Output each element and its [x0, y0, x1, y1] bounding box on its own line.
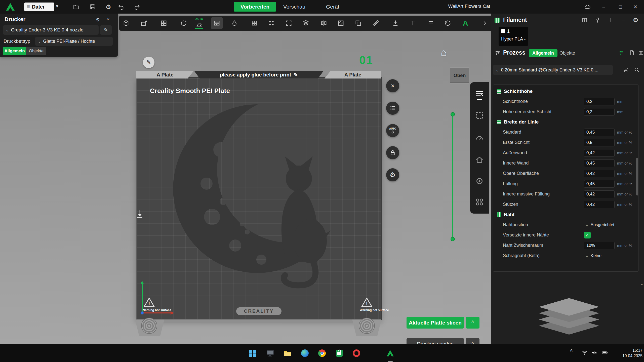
process-tab-objekte[interactable]: Objekte	[556, 49, 579, 57]
printer-settings-gear-icon[interactable]: ⚙	[96, 17, 100, 23]
category-seam[interactable]	[475, 177, 484, 186]
file-menu-chevron[interactable]: ▾	[56, 3, 58, 9]
clone-tool[interactable]	[352, 17, 364, 29]
tab-vorschau[interactable]: Vorschau	[277, 2, 312, 12]
setting-value-input[interactable]: 0,5	[584, 139, 615, 146]
reset-tool[interactable]	[442, 17, 454, 29]
object-list-button[interactable]	[386, 102, 399, 115]
open-file-button[interactable]	[73, 4, 80, 10]
undo-button[interactable]	[118, 4, 125, 10]
category-others[interactable]	[475, 197, 484, 207]
layers-tool[interactable]	[300, 17, 312, 29]
plate-tab-right[interactable]: A Plate	[325, 71, 381, 78]
category-layers[interactable]	[475, 89, 484, 98]
rename-plate-button[interactable]: ✎	[143, 57, 154, 68]
chrome-browser-button[interactable]	[315, 346, 329, 360]
split-plate-tool[interactable]	[211, 17, 223, 29]
viewport-3d[interactable]: A Plate please apply glue before print ✎…	[0, 14, 491, 344]
object-list-tool[interactable]	[424, 17, 436, 29]
mirror-tool[interactable]	[318, 17, 330, 29]
search-settings-button[interactable]	[634, 67, 640, 74]
tab-geraet[interactable]: Gerät	[319, 2, 346, 12]
scale-tool[interactable]	[283, 17, 295, 29]
measure-tool[interactable]	[370, 17, 382, 29]
close-window-button[interactable]: ×	[630, 2, 641, 12]
plate-tab-left[interactable]: A Plate	[136, 71, 194, 78]
assistant-tool[interactable]: A	[459, 17, 471, 29]
more-tools[interactable]	[479, 17, 491, 29]
tray-chevron-icon[interactable]: ^	[570, 349, 573, 354]
battery-icon[interactable]	[602, 350, 608, 357]
file-menu-button[interactable]: ≡ Datei	[24, 3, 54, 11]
setting-checkbox[interactable]: ✓	[584, 232, 591, 238]
taskbar-clock[interactable]: 15:37 19.04.2025	[611, 348, 642, 358]
setting-value-input[interactable]: 0,2	[584, 108, 615, 116]
dots-tool[interactable]	[265, 17, 277, 29]
vertical-scrollbar-thumb[interactable]	[636, 158, 638, 195]
setting-value-input[interactable]: 0,2	[584, 98, 615, 105]
setting-value-input[interactable]: 0,42	[584, 149, 615, 157]
creality-print-app-button[interactable]	[383, 346, 397, 360]
viewport-settings-button[interactable]: ⚙	[386, 168, 399, 181]
slice-current-plate-button[interactable]: Aktuelle Platte slicen	[407, 317, 464, 329]
glue-warning-banner[interactable]: please apply glue before print ✎	[194, 71, 324, 78]
file-explorer-button[interactable]	[280, 346, 295, 360]
process-preset-select[interactable]: ⌄ 0.20mm Standard @Creality Ender-3 V3 K…	[493, 65, 613, 75]
pattern-tool[interactable]	[248, 17, 260, 29]
view-cube-top-face[interactable]: Oben	[450, 67, 469, 84]
process-tab-allgemein[interactable]: Allgemein	[529, 49, 557, 57]
text-tool[interactable]	[407, 17, 419, 29]
setting-value-input[interactable]: 0,42	[584, 190, 615, 198]
printer-tab-objekte[interactable]: Objekte	[26, 47, 46, 55]
setting-value-input[interactable]: 10%	[584, 242, 615, 249]
paint-tool[interactable]	[228, 17, 240, 29]
category-frame[interactable]	[475, 111, 484, 120]
setting-value-input[interactable]: 0,45	[584, 129, 615, 136]
ms-store-button[interactable]	[332, 346, 346, 360]
remove-filament-button[interactable]	[620, 17, 626, 24]
minimize-button[interactable]: –	[598, 2, 609, 12]
layer-slider-bottom-handle[interactable]	[451, 237, 455, 241]
layer-slider-track[interactable]	[452, 114, 453, 239]
add-model-tool[interactable]	[120, 17, 132, 29]
sync-filament-button[interactable]	[582, 17, 588, 24]
setting-select[interactable]: ⌄ Keine	[584, 252, 636, 260]
auto-paint-button[interactable]: AUTO	[386, 124, 399, 137]
setting-value-input[interactable]: 0,42	[584, 201, 615, 208]
section-naht[interactable]: Naht	[493, 210, 638, 220]
arrange-tool[interactable]	[158, 17, 170, 29]
filament-settings-button[interactable]: ⚙	[633, 17, 638, 24]
section-breite-der-linie[interactable]: Breite der Linie	[493, 117, 638, 127]
printer-tab-allgemein[interactable]: Allgemein	[3, 47, 26, 55]
preview-collapse-chevron[interactable]: ⌄	[640, 281, 644, 286]
desktop-app-button[interactable]	[263, 346, 277, 360]
add-filament-button[interactable]	[608, 17, 614, 24]
process-doc-button[interactable]	[629, 50, 635, 57]
auto-seam-tool[interactable]: AUTO	[193, 17, 205, 29]
model-cat-moon[interactable]	[172, 103, 348, 293]
send-options-button[interactable]: ^	[466, 338, 479, 344]
cloud-sync-button[interactable]	[584, 4, 592, 10]
setting-select[interactable]: ⌄ Ausgerichtet	[584, 221, 636, 229]
nozzle-button[interactable]	[595, 17, 601, 24]
save-preset-button[interactable]	[623, 67, 629, 74]
tab-vorbereiten[interactable]: Vorbereiten	[234, 2, 276, 12]
edge-browser-button[interactable]	[298, 346, 312, 360]
save-button[interactable]	[90, 4, 97, 10]
wifi-icon[interactable]	[582, 350, 588, 357]
printer-select[interactable]: ⌄ Creality Ender-3 V3 KE 0.4 nozzle	[3, 25, 99, 35]
settings-button[interactable]: ⚙	[106, 4, 113, 10]
opera-browser-button[interactable]	[349, 346, 364, 360]
category-speed[interactable]	[475, 133, 484, 142]
hatch-tool[interactable]	[335, 17, 347, 29]
setting-value-input[interactable]: 0,42	[584, 170, 615, 177]
start-button[interactable]	[246, 346, 260, 360]
volume-icon[interactable]	[591, 350, 597, 357]
edit-printer-button[interactable]: ✎	[100, 25, 112, 35]
edit-glue-pencil-icon[interactable]: ✎	[294, 72, 298, 78]
orient-tool[interactable]	[178, 17, 190, 29]
setting-value-input[interactable]: 0,45	[584, 180, 615, 188]
redo-button[interactable]	[134, 4, 141, 10]
send-print-button[interactable]: Drucken senden	[407, 338, 464, 344]
tune-process-button[interactable]	[618, 50, 624, 57]
